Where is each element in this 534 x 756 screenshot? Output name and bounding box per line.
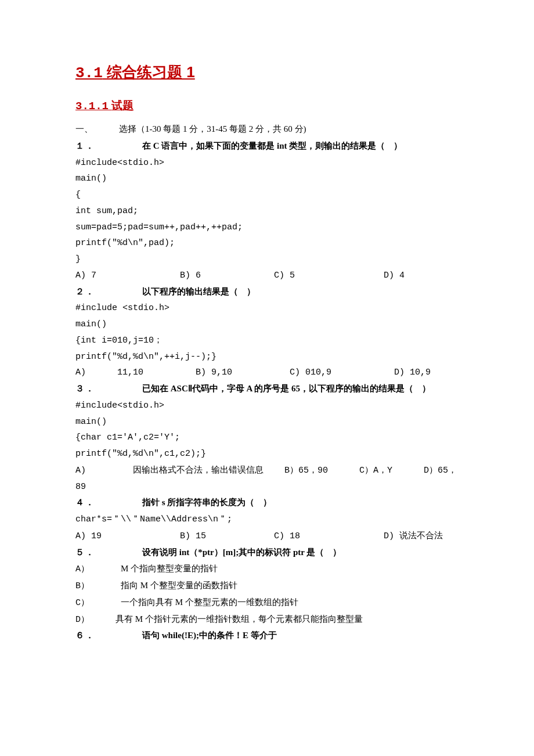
q1-code: #include<stdio.h> [75,155,459,171]
q2-code: printf("%d,%d\n",++i,j--);} [75,349,459,365]
q3-stem: ３． 已知在 ASCⅡ代码中，字母 A 的序号是 65，以下程序的输出的结果是（… [75,381,459,398]
chapter-text: 综合练习题 1 [107,63,195,81]
q3-options-cont: 89 [75,479,459,495]
q1-code: sum=pad=5;pad=sum++,pad++,++pad; [75,219,459,236]
q5-option-c: C） 一个指向具有 M 个整型元素的一维数组的指针 [75,595,459,611]
section-number: 3.1.1 [75,100,109,113]
gap [103,63,107,81]
section-text: 试题 [111,99,134,111]
q3-code: main() [75,414,459,430]
q2-code: main() [75,316,459,333]
q2-stem: ２． 以下程序的输出结果是（ ） [75,284,459,301]
q5-stem: ５． 设有说明 int（*ptr）[m];其中的标识符 ptr 是（ ） [75,545,459,561]
q2-code: {int i=010,j=10； [75,333,459,349]
chapter-title: 3.1 综合练习题 1 [75,58,459,87]
q4-stem: ４． 指针 s 所指字符串的长度为（ ） [75,495,459,512]
part-one-header: 一、 选择（1-30 每题 1 分，31-45 每题 2 分，共 60 分) [75,121,459,138]
q4-options: A) 19 B) 15 C) 18 D) 说法不合法 [75,528,459,545]
q1-code: int sum,pad; [75,203,459,219]
q1-code: main() [75,171,459,187]
q2-options: A) 11,10 B) 9,10 C) 010,9 D) 10,9 [75,365,459,381]
q6-stem: ６． 语句 while(!E);中的条件！E 等介于 [75,628,459,645]
q2-code: #include <stdio.h> [75,300,459,316]
q3-code: #include<stdio.h> [75,398,459,414]
q5-option-d: D） 具有 M 个指针元素的一维指针数组，每个元素都只能指向整型量 [75,611,459,628]
q1-code: } [75,251,459,268]
q3-code: printf("%d,%d\n",c1,c2);} [75,446,459,462]
q1-code: printf("%d\n",pad); [75,235,459,251]
q1-stem: １． 在 C 语言中，如果下面的变量都是 int 类型，则输出的结果是（ ） [75,138,459,155]
q4-code: char*s=＂\\＂Name\\Address\n＂; [75,512,459,528]
q3-code: {char c1='A',c2='Y'; [75,430,459,446]
q5-option-b: B） 指向 M 个整型变量的函数指针 [75,578,459,595]
q1-options: A) 7 B) 6 C) 5 D) 4 [75,268,459,284]
section-title: 3.1.1 试题 [75,95,459,117]
chapter-number: 3.1 [75,64,103,82]
q3-options: A) 因输出格式不合法，输出错误信息 B）65，90 C）A，Y D）65， [75,462,459,479]
q1-code: { [75,187,459,203]
q5-option-a: A） M 个指向整型变量的指针 [75,561,459,578]
